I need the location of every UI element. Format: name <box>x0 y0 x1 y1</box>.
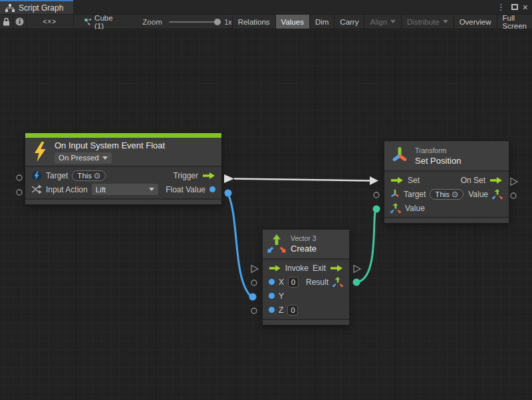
info-button[interactable] <box>13 15 27 29</box>
code-view-button[interactable]: <×> <box>27 15 74 29</box>
trigger-flow-port[interactable] <box>202 172 215 180</box>
y-label: Y <box>279 292 284 301</box>
float-value-label: Float Value <box>166 185 205 194</box>
x-value-port[interactable] <box>269 279 275 285</box>
chevron-down-icon <box>149 188 154 191</box>
invoke-label: Invoke <box>285 264 309 273</box>
input-action-dropdown[interactable]: Lift <box>92 184 158 195</box>
zoom-label: Zoom <box>142 18 162 26</box>
lightning-bolt-icon <box>33 142 47 162</box>
breadcrumb[interactable]: Cube (1) <box>80 15 123 29</box>
node-title: Create <box>291 244 317 254</box>
node-title: On Input System Event Float <box>55 140 165 150</box>
exit-label: Exit <box>313 264 326 273</box>
node-footer <box>263 319 349 325</box>
port-row-value: Value <box>384 201 509 215</box>
node-title: Set Position <box>415 156 461 166</box>
on-set-label: On Set <box>461 176 485 185</box>
y-value-port[interactable] <box>269 293 275 299</box>
port-row-invoke: Invoke Exit <box>263 261 349 275</box>
port-row-x: X 0 Result <box>263 275 349 289</box>
kebab-menu-icon[interactable]: ⋮ <box>495 3 507 11</box>
result-label: Result <box>306 278 329 287</box>
port-row-y: Y <box>263 289 349 303</box>
port-row-z: Z 0 <box>263 303 349 317</box>
target-label: Target <box>46 171 68 180</box>
relations-button[interactable]: Relations <box>232 15 275 29</box>
x-label: X <box>279 278 284 287</box>
graph-unit-icon <box>84 17 92 26</box>
transform-icon <box>390 146 409 166</box>
input-action-label: Input Action <box>46 185 88 194</box>
exit-flow-port[interactable] <box>330 264 343 272</box>
event-mode-dropdown[interactable]: On Pressed <box>55 152 112 164</box>
graph-toolbar: <×> Cube (1) Zoom 1x Relations Values Di… <box>0 14 532 29</box>
node-footer <box>384 217 509 223</box>
chevron-down-icon <box>443 20 448 23</box>
title-bar: Script Graph ⋮ × <box>0 0 532 14</box>
object-picker-icon: ⊙ <box>94 171 100 180</box>
trigger-label: Trigger <box>173 171 198 180</box>
dim-button[interactable]: Dim <box>309 15 334 29</box>
zoom-value: 1x <box>225 18 232 26</box>
z-label: Z <box>279 305 283 315</box>
z-input[interactable]: 0 <box>287 305 298 315</box>
lock-icon <box>3 17 10 26</box>
fullscreen-button[interactable]: Full Screen <box>497 15 532 29</box>
lock-button[interactable] <box>0 15 13 29</box>
port-row-target: Target This ⊙ Value <box>384 187 509 201</box>
node-footer <box>25 198 221 204</box>
target-object-field[interactable]: This ⊙ <box>430 189 464 200</box>
value-out-label: Value <box>468 190 488 199</box>
value-vector-port-in[interactable] <box>390 203 401 214</box>
zoom-slider[interactable] <box>169 21 219 23</box>
tab-script-graph[interactable]: Script Graph <box>0 0 73 14</box>
node-on-input-system-event-float[interactable]: On Input System Event Float On Pressed T… <box>25 133 221 204</box>
set-label: Set <box>408 176 420 185</box>
value-in-label: Value <box>405 204 425 213</box>
node-transform-set-position[interactable]: Transform Set Position Set On Set <box>384 141 509 223</box>
port-row-input-action: Input Action Lift Float Value <box>25 182 221 196</box>
graph-icon <box>5 4 15 12</box>
vector3-icon <box>267 234 287 254</box>
input-action-icon <box>31 184 42 194</box>
close-icon[interactable]: × <box>523 3 528 12</box>
on-set-flow-port[interactable] <box>489 176 503 184</box>
chevron-down-icon <box>102 156 108 160</box>
event-accent-bar <box>25 133 221 138</box>
event-target-icon <box>31 170 42 181</box>
target-label: Target <box>404 190 426 199</box>
chevron-down-icon <box>390 20 396 23</box>
info-icon <box>15 17 24 26</box>
value-in-marker[interactable] <box>373 206 380 213</box>
node-category: Vector 3 <box>291 234 317 242</box>
carry-button[interactable]: Carry <box>334 15 364 29</box>
transform-mini-icon <box>390 189 400 199</box>
script-graph-window: Script Graph ⋮ × <×> <box>0 0 532 400</box>
values-button[interactable]: Values <box>275 15 309 29</box>
port-row-target: Target This ⊙ Trigger <box>25 168 221 182</box>
port-row-set: Set On Set <box>384 173 509 187</box>
overview-button[interactable]: Overview <box>454 15 497 29</box>
float-value-port[interactable] <box>209 186 215 192</box>
zoom-slider-knob[interactable] <box>214 19 221 25</box>
maximize-icon[interactable] <box>511 4 518 10</box>
align-button[interactable]: Align <box>364 15 401 29</box>
x-input[interactable]: 0 <box>288 277 299 288</box>
set-flow-port[interactable] <box>390 176 404 184</box>
node-category: Transform <box>415 146 461 154</box>
object-picker-icon: ⊙ <box>452 190 458 199</box>
breadcrumb-label: Cube (1) <box>94 14 118 30</box>
value-vector-port[interactable] <box>492 189 503 200</box>
tab-label: Script Graph <box>19 3 63 13</box>
distribute-button[interactable]: Distribute <box>401 15 454 29</box>
z-value-port[interactable] <box>269 307 275 313</box>
invoke-flow-port[interactable] <box>269 264 281 272</box>
node-vector3-create[interactable]: Vector 3 Create Invoke Exit X <box>263 230 349 325</box>
y-in-marker[interactable] <box>249 294 257 301</box>
target-object-field[interactable]: This ⊙ <box>72 170 106 181</box>
result-vector-port[interactable] <box>332 277 343 288</box>
